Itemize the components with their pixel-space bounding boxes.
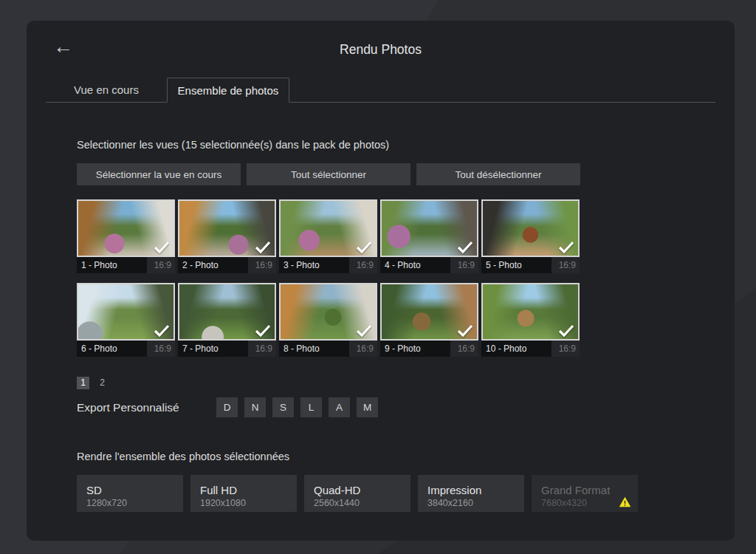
photo-ratio-badge: 16:9 (349, 260, 377, 270)
custom-export-options: DNSLAM (216, 397, 385, 417)
photo-thumbnail[interactable] (77, 199, 175, 257)
photo-thumbnail[interactable] (380, 283, 478, 341)
preset-quad-hd-button[interactable]: Quad-HD2560x1440 (304, 475, 410, 512)
photo-thumbnail[interactable] (77, 283, 175, 341)
photo-caption: 8 - Photo16:9 (279, 341, 377, 357)
photo-caption: 6 - Photo16:9 (77, 341, 175, 357)
photo-caption: 3 - Photo16:9 (279, 257, 377, 273)
desktop-background: ← Rendu Photos Vue en coursEnsemble de p… (0, 0, 756, 554)
photo-tile[interactable]: 9 - Photo16:9 (380, 283, 478, 357)
selected-check-icon (355, 324, 373, 338)
photo-thumbnail[interactable] (481, 199, 580, 257)
select-all-button[interactable]: Tout sélectionner (247, 163, 410, 185)
photo-ratio-badge: 16:9 (450, 343, 478, 354)
photo-ratio-badge: 16:9 (349, 343, 377, 354)
preset-grand-format-button: Grand Format7680x4320 (532, 475, 638, 512)
photo-ratio-badge: 16:9 (551, 260, 580, 270)
photo-tile[interactable]: 6 - Photo16:9 (77, 283, 175, 357)
page-button-2[interactable]: 2 (96, 377, 109, 389)
selection-heading: Selectionner les vues (15 selectionnée(s… (77, 139, 712, 151)
resolution-presets: SD1280x720Full HD1920x1080Quad-HD2560x14… (77, 475, 712, 512)
preset-name: Quad-HD (314, 484, 410, 496)
rendu-photos-dialog: ← Rendu Photos Vue en coursEnsemble de p… (27, 21, 735, 541)
photo-label: 7 - Photo (178, 341, 248, 357)
photo-caption: 9 - Photo16:9 (380, 341, 478, 357)
tab-vue-en-cours[interactable]: Vue en cours (46, 78, 167, 103)
preset-sd-button[interactable]: SD1280x720 (77, 475, 183, 512)
photo-label: 1 - Photo (77, 257, 147, 273)
photo-caption: 1 - Photo16:9 (77, 257, 175, 273)
preset-name: Impression (427, 484, 524, 496)
export-option-d[interactable]: D (216, 397, 238, 417)
selected-check-icon (557, 240, 575, 254)
photo-tile[interactable]: 7 - Photo16:9 (178, 283, 276, 357)
photo-thumbnail[interactable] (380, 199, 478, 257)
photo-label: 2 - Photo (178, 257, 248, 273)
photo-label: 5 - Photo (481, 257, 551, 273)
photo-caption: 7 - Photo16:9 (178, 341, 276, 357)
export-option-n[interactable]: N (244, 397, 266, 417)
page-title: Rendu Photos (27, 42, 735, 58)
photo-tile[interactable]: 1 - Photo16:9 (77, 199, 175, 273)
selected-check-icon (355, 240, 373, 254)
photo-caption: 5 - Photo16:9 (481, 257, 580, 273)
photo-thumbnail[interactable] (481, 283, 580, 341)
selected-check-icon (153, 240, 171, 254)
photo-caption: 4 - Photo16:9 (380, 257, 478, 273)
photo-thumbnail[interactable] (178, 199, 276, 257)
photo-caption: 10 - Photo16:9 (481, 341, 580, 357)
selected-check-icon (153, 324, 171, 338)
preset-resolution: 3840x2160 (427, 498, 524, 508)
photo-tile[interactable]: 5 - Photo16:9 (481, 199, 580, 273)
deselect-all-button[interactable]: Tout désélectionner (416, 163, 580, 185)
preset-impression-button[interactable]: Impression3840x2160 (418, 475, 524, 512)
selected-check-icon (456, 324, 474, 338)
photo-tile[interactable]: 2 - Photo16:9 (178, 199, 276, 273)
photo-ratio-badge: 16:9 (450, 260, 478, 270)
page-button-1[interactable]: 1 (77, 377, 89, 389)
photo-label: 6 - Photo (77, 341, 147, 357)
export-option-l[interactable]: L (300, 397, 322, 417)
selected-check-icon (456, 240, 474, 254)
render-heading: Rendre l'ensemble des photos sélectionné… (77, 451, 712, 462)
export-option-s[interactable]: S (272, 397, 294, 417)
photo-ratio-badge: 16:9 (248, 343, 276, 354)
photo-thumbnail[interactable] (178, 283, 276, 341)
preset-resolution: 1920x1080 (200, 498, 297, 508)
photo-ratio-badge: 16:9 (248, 260, 276, 270)
tab-bar: Vue en coursEnsemble de photos (46, 78, 715, 103)
preset-resolution: 1280x720 (86, 498, 183, 508)
photo-tile[interactable]: 10 - Photo16:9 (481, 283, 580, 357)
export-option-m[interactable]: M (357, 397, 378, 417)
photo-tile[interactable]: 3 - Photo16:9 (279, 199, 377, 273)
pagination: 12 (77, 377, 712, 389)
photo-thumbnail[interactable] (279, 199, 377, 257)
preset-full-hd-button[interactable]: Full HD1920x1080 (190, 475, 297, 512)
photo-tile[interactable]: 4 - Photo16:9 (380, 199, 478, 273)
photo-ratio-badge: 16:9 (147, 343, 175, 354)
photo-label: 4 - Photo (380, 257, 450, 273)
selected-check-icon (254, 240, 272, 254)
selected-check-icon (254, 324, 272, 338)
custom-export-row: Export Personnalisé DNSLAM (77, 397, 712, 417)
photo-label: 9 - Photo (380, 341, 450, 357)
select-current-view-button[interactable]: Sélectionner la vue en cours (77, 163, 241, 185)
photo-grid: 1 - Photo16:92 - Photo16:93 - Photo16:94… (77, 199, 583, 357)
custom-export-label: Export Personnalisé (77, 401, 216, 414)
photo-tile[interactable]: 8 - Photo16:9 (279, 283, 377, 357)
preset-name: Grand Format (541, 484, 638, 496)
photo-label: 8 - Photo (279, 341, 349, 357)
tab-content: Selectionner les vues (15 selectionnée(s… (77, 120, 712, 512)
preset-name: SD (86, 484, 183, 496)
photo-ratio-badge: 16:9 (147, 260, 175, 270)
selection-actions: Sélectionner la vue en coursTout sélecti… (77, 163, 580, 185)
tab-ensemble-de-photos[interactable]: Ensemble de photos (167, 78, 289, 103)
photo-label: 10 - Photo (481, 341, 551, 357)
selected-check-icon (557, 324, 575, 338)
preset-name: Full HD (200, 484, 297, 496)
warning-icon (619, 496, 631, 507)
photo-caption: 2 - Photo16:9 (178, 257, 276, 273)
photo-thumbnail[interactable] (279, 283, 377, 341)
photo-ratio-badge: 16:9 (551, 343, 580, 354)
export-option-a[interactable]: A (329, 397, 350, 417)
